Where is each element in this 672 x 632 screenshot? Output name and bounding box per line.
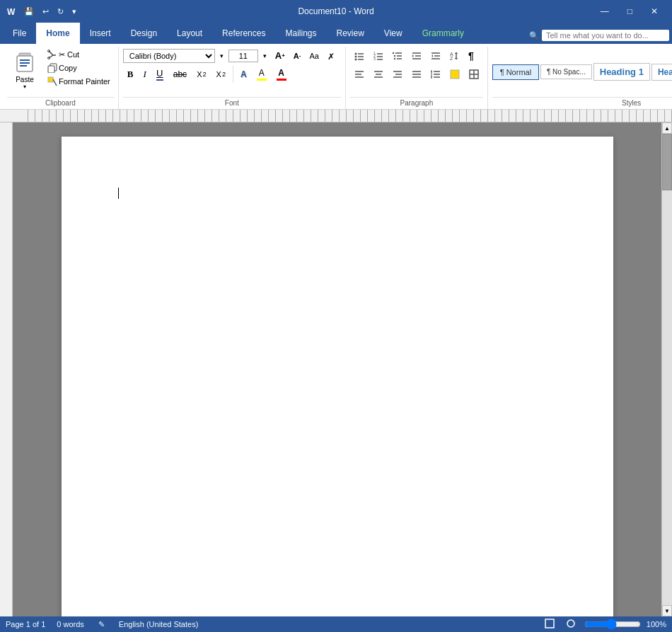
change-case-button[interactable]: Aa xyxy=(306,50,322,62)
align-right-button[interactable] xyxy=(388,67,407,82)
tell-me-input[interactable] xyxy=(542,30,669,41)
tab-references[interactable]: References xyxy=(212,23,275,44)
scroll-down-button[interactable]: ▼ xyxy=(662,605,672,616)
multilevel-list-button[interactable] xyxy=(388,48,407,64)
strikethrough-button[interactable]: abc xyxy=(169,67,191,81)
customize-qa-button[interactable]: ▾ xyxy=(69,6,79,18)
svg-point-14 xyxy=(354,53,357,55)
justify-button[interactable] xyxy=(407,67,426,82)
subscript-button[interactable]: X2 xyxy=(192,68,210,81)
zoom-slider[interactable] xyxy=(584,619,641,630)
increase-font-size-button[interactable]: A+ xyxy=(272,48,289,63)
decrease-font-size-button[interactable]: A- xyxy=(290,50,305,62)
font-color-button[interactable]: A xyxy=(272,66,291,83)
paragraph-label: Paragraph xyxy=(350,97,483,109)
format-painter-label: Format Painter xyxy=(59,77,110,86)
status-left: Page 1 of 1 0 words ✎ English (United St… xyxy=(6,620,198,629)
show-marks-button[interactable]: ¶ xyxy=(465,48,477,64)
close-button[interactable]: ✕ xyxy=(642,4,666,19)
svg-rect-56 xyxy=(451,70,459,79)
tab-file[interactable]: File xyxy=(3,23,36,44)
svg-point-18 xyxy=(354,59,357,61)
cut-label: ✂ Cut xyxy=(59,50,79,59)
svg-text:3.: 3. xyxy=(373,57,376,61)
svg-rect-6 xyxy=(20,65,27,67)
decrease-indent-button[interactable] xyxy=(407,48,426,64)
undo-button[interactable]: ↩ xyxy=(40,6,52,18)
superscript-button[interactable]: X2 xyxy=(212,68,230,81)
underline-button[interactable]: U xyxy=(152,66,168,83)
vertical-scrollbar: ▲ ▼ xyxy=(661,122,672,616)
maximize-button[interactable]: □ xyxy=(619,4,641,19)
tab-mailings[interactable]: Mailings xyxy=(275,23,326,44)
font-size-dropdown[interactable]: ▾ xyxy=(260,50,270,62)
bold-button[interactable]: B xyxy=(123,67,138,82)
tab-home[interactable]: Home xyxy=(36,23,79,44)
clipboard-label: Clipboard xyxy=(7,97,114,109)
style-no-spacing[interactable]: ¶ No Spac... xyxy=(540,64,592,79)
tab-grammarly[interactable]: Grammarly xyxy=(412,23,474,44)
clear-formatting-button[interactable]: ✗ xyxy=(324,49,341,63)
sort-button[interactable]: A Z xyxy=(446,48,464,64)
redo-button[interactable]: ↻ xyxy=(54,6,66,18)
bullets-button[interactable] xyxy=(350,48,369,64)
style-heading2[interactable]: Heading 2 xyxy=(651,64,672,81)
format-painter-button[interactable]: Format Painter xyxy=(44,75,114,88)
scroll-track[interactable] xyxy=(662,134,672,605)
tab-layout[interactable]: Layout xyxy=(167,23,212,44)
text-effects-button[interactable]: A xyxy=(236,67,251,81)
svg-rect-60 xyxy=(545,619,554,628)
style-heading1[interactable]: Heading 1 xyxy=(593,63,650,81)
text-highlight-button[interactable]: A xyxy=(253,66,271,83)
copy-label: Copy xyxy=(59,64,77,72)
web-layout-button[interactable] xyxy=(563,619,579,630)
italic-button[interactable]: I xyxy=(139,67,150,82)
align-center-button[interactable] xyxy=(369,67,388,82)
font-size-input[interactable] xyxy=(228,50,258,62)
font-group: Calibri (Body) ▾ ▾ A+ A- Aa ✗ B I xyxy=(119,47,346,109)
font-family-dropdown[interactable]: ▾ xyxy=(216,50,227,62)
page-info: Page 1 of 1 xyxy=(6,620,45,628)
paste-button[interactable]: Paste ▾ xyxy=(7,48,42,93)
svg-point-61 xyxy=(567,620,574,627)
svg-text:Z: Z xyxy=(450,56,453,61)
document-page[interactable] xyxy=(62,137,613,616)
style-normal[interactable]: ¶ Normal xyxy=(492,64,539,80)
line-spacing-button[interactable] xyxy=(427,67,445,82)
zoom-level: 100% xyxy=(647,620,666,628)
vertical-ruler xyxy=(0,122,13,616)
copy-button[interactable]: Copy xyxy=(44,62,114,74)
font-family-select[interactable]: Calibri (Body) xyxy=(123,49,215,63)
align-left-button[interactable] xyxy=(350,67,369,82)
numbering-button[interactable]: 1. 2. 3. xyxy=(369,48,388,64)
tab-view[interactable]: View xyxy=(374,23,412,44)
scroll-thumb[interactable] xyxy=(662,134,672,190)
shading-button[interactable] xyxy=(446,67,464,82)
save-button[interactable]: 💾 xyxy=(21,6,37,18)
increase-indent-button[interactable] xyxy=(427,48,445,64)
svg-rect-11 xyxy=(48,77,53,82)
scroll-up-button[interactable]: ▲ xyxy=(662,122,672,134)
svg-point-7 xyxy=(48,50,50,52)
title-bar: W 💾 ↩ ↻ ▾ Document10 - Word — □ ✕ xyxy=(0,0,672,23)
svg-point-28 xyxy=(394,55,395,57)
paste-label: Paste xyxy=(16,76,34,84)
minimize-button[interactable]: — xyxy=(592,4,618,19)
status-bar: Page 1 of 1 0 words ✎ English (United St… xyxy=(0,616,672,632)
main-area: ▲ ▼ xyxy=(0,122,672,616)
proofing-button[interactable]: ✎ xyxy=(95,620,108,629)
tab-design[interactable]: Design xyxy=(121,23,167,44)
clipboard-small-buttons: ✂ Cut Copy Format Painter xyxy=(44,48,114,88)
borders-button[interactable] xyxy=(465,67,483,82)
print-layout-button[interactable] xyxy=(542,619,557,630)
quick-access-toolbar: 💾 ↩ ↻ ▾ xyxy=(21,6,79,18)
ribbon-tab-bar: File Home Insert Design Layout Reference… xyxy=(0,23,672,44)
svg-line-12 xyxy=(53,79,57,86)
ribbon-content: Paste ▾ ✂ Cut Copy Format Painter Clipbo… xyxy=(0,44,672,110)
tab-review[interactable]: Review xyxy=(326,23,373,44)
tab-insert[interactable]: Insert xyxy=(80,23,121,44)
styles-label: Styles xyxy=(492,97,672,109)
svg-point-26 xyxy=(393,52,394,54)
document-area[interactable] xyxy=(13,122,661,616)
cut-button[interactable]: ✂ Cut xyxy=(44,48,114,61)
